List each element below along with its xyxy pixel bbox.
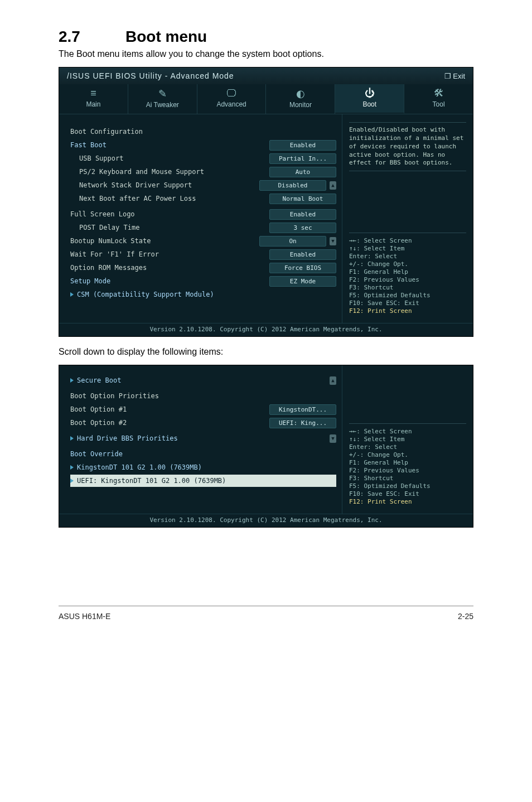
numlock-value[interactable]: On bbox=[259, 236, 326, 247]
csm-submenu-row[interactable]: CSM (Compatibility Support Module) bbox=[70, 288, 336, 301]
net-stack-value[interactable]: Disabled bbox=[259, 180, 326, 191]
key-enter: Enter: Select bbox=[349, 443, 466, 451]
tab-tool-label: Tool bbox=[433, 100, 445, 108]
key-change-opt: +/-: Change Opt. bbox=[349, 451, 466, 458]
fast-boot-value[interactable]: Enabled bbox=[269, 140, 336, 151]
menu-tabs: ≡Main ✎Ai Tweaker 🖵Advanced ◐Monitor ⏻Bo… bbox=[59, 84, 473, 114]
key-f5: F5: Optimized Defaults bbox=[349, 482, 466, 490]
ps2-label: PS/2 Keyboard and Mouse Support bbox=[70, 168, 269, 176]
key-select-screen: →←: Select Screen bbox=[349, 237, 466, 244]
footer-product: ASUS H61M-E bbox=[59, 612, 110, 621]
key-f10-esc: F10: Save ESC: Exit bbox=[349, 490, 466, 497]
wait-f1-label: Wait For 'F1' If Error bbox=[70, 250, 269, 258]
secure-boot-row[interactable]: Secure Boot ▲ bbox=[70, 374, 336, 386]
next-boot-label: Next Boot after AC Power Loss bbox=[70, 195, 269, 202]
wait-f1-row[interactable]: Wait For 'F1' If Error Enabled bbox=[70, 248, 336, 260]
help-pane-lower: →←: Select Screen ↑↓: Select Item Enter:… bbox=[342, 365, 473, 514]
key-change-opt: +/-: Change Opt. bbox=[349, 260, 466, 268]
fast-boot-label: Fast Boot bbox=[70, 141, 269, 149]
hdd-bbs-row[interactable]: Hard Drive BBS Priorities ▼ bbox=[70, 432, 336, 445]
boot-option-1-value[interactable]: KingstonDT... bbox=[269, 404, 336, 415]
full-logo-value[interactable]: Enabled bbox=[269, 209, 336, 220]
setup-mode-row[interactable]: Setup Mode EZ Mode bbox=[70, 275, 336, 287]
key-help-lower: →←: Select Screen ↑↓: Select Item Enter:… bbox=[349, 423, 466, 505]
intro-text: The Boot menu items allow you to change … bbox=[59, 49, 473, 59]
numlock-row[interactable]: Bootup NumLock State On ▼ bbox=[70, 235, 336, 247]
scroll-up-handle[interactable]: ▲ bbox=[330, 376, 336, 385]
override-uefi-kingston-row[interactable]: UEFI: KingstonDT 101 G2 1.00 (7639MB) bbox=[70, 475, 336, 487]
boot-option-1-row[interactable]: Boot Option #1 KingstonDT... bbox=[70, 403, 336, 416]
override-uefi-kingston-label: UEFI: KingstonDT 101 G2 1.00 (7639MB) bbox=[77, 477, 336, 485]
boot-option-1-label: Boot Option #1 bbox=[70, 405, 269, 413]
usb-support-value[interactable]: Partial In... bbox=[269, 153, 336, 164]
key-f12: F12: Print Screen bbox=[349, 307, 466, 315]
key-f2: F2: Previous Values bbox=[349, 467, 466, 474]
fast-boot-row[interactable]: Fast Boot Enabled bbox=[70, 139, 336, 151]
tool-icon: 🛠 bbox=[404, 88, 473, 99]
boot-option-priorities-header: Boot Option Priorities bbox=[70, 392, 336, 400]
ps2-value[interactable]: Auto bbox=[269, 167, 336, 177]
next-boot-value[interactable]: Normal Boot bbox=[269, 194, 336, 204]
boot-option-2-value[interactable]: UEFI: King... bbox=[269, 418, 336, 428]
full-logo-label: Full Screen Logo bbox=[70, 210, 269, 218]
key-f1: F1: General Help bbox=[349, 459, 466, 466]
bios-footer: Version 2.10.1208. Copyright (C) 2012 Am… bbox=[59, 323, 473, 336]
footer-page-number: 2-25 bbox=[458, 612, 473, 621]
help-pane: Enabled/Disabled boot with initializatio… bbox=[342, 114, 473, 323]
oprom-label: Option ROM Messages bbox=[70, 264, 269, 272]
scroll-down-handle[interactable]: ▼ bbox=[330, 237, 336, 245]
tab-boot[interactable]: ⏻Boot bbox=[335, 84, 404, 114]
oprom-row[interactable]: Option ROM Messages Force BIOS bbox=[70, 262, 336, 274]
usb-support-row[interactable]: USB Support Partial In... bbox=[70, 152, 336, 165]
boot-override-header: Boot Override bbox=[70, 450, 336, 458]
net-stack-row[interactable]: Network Stack Driver Support Disabled ▲ bbox=[70, 179, 336, 191]
bios-window-lower: Secure Boot ▲ Boot Option Priorities Boo… bbox=[59, 365, 473, 528]
post-delay-value[interactable]: 3 sec bbox=[269, 223, 336, 233]
tab-monitor[interactable]: ◐Monitor bbox=[266, 84, 335, 114]
full-logo-row[interactable]: Full Screen Logo Enabled bbox=[70, 208, 336, 220]
bios-logo-title: /ISUS UEFI BIOS Utility - Advanced Mode bbox=[67, 71, 234, 80]
key-select-item: ↑↓: Select Item bbox=[349, 245, 466, 252]
tab-boot-label: Boot bbox=[362, 100, 376, 108]
gauge-icon: ◐ bbox=[266, 88, 335, 100]
tab-main[interactable]: ≡Main bbox=[59, 84, 128, 114]
section-number: 2.7 bbox=[59, 28, 125, 46]
bios-window-upper: /ISUS UEFI BIOS Utility - Advanced Mode … bbox=[59, 67, 473, 337]
tab-advanced-label: Advanced bbox=[216, 100, 246, 108]
setup-mode-value[interactable]: EZ Mode bbox=[269, 276, 336, 287]
key-enter: Enter: Select bbox=[349, 253, 466, 260]
section-heading: 2.7Boot menu bbox=[59, 28, 473, 46]
tab-ai-tweaker[interactable]: ✎Ai Tweaker bbox=[128, 84, 197, 114]
scroll-up-handle[interactable]: ▲ bbox=[330, 181, 336, 190]
power-icon: ⏻ bbox=[335, 88, 404, 99]
tweak-icon: ✎ bbox=[128, 88, 197, 100]
lock-icon: 🖵 bbox=[197, 88, 266, 99]
wait-f1-value[interactable]: Enabled bbox=[269, 249, 336, 260]
key-f10-esc: F10: Save ESC: Exit bbox=[349, 299, 466, 307]
key-help: →←: Select Screen ↑↓: Select Item Enter:… bbox=[349, 233, 466, 315]
hdd-bbs-label: Hard Drive BBS Priorities bbox=[77, 434, 326, 442]
boot-option-2-row[interactable]: Boot Option #2 UEFI: King... bbox=[70, 417, 336, 429]
key-f1: F1: General Help bbox=[349, 268, 466, 276]
net-stack-label: Network Stack Driver Support bbox=[70, 181, 259, 189]
settings-pane-lower: Secure Boot ▲ Boot Option Priorities Boo… bbox=[59, 365, 342, 514]
tab-monitor-label: Monitor bbox=[289, 101, 312, 109]
exit-button[interactable]: ❐ Exit bbox=[444, 72, 465, 80]
titlebar: /ISUS UEFI BIOS Utility - Advanced Mode … bbox=[59, 67, 473, 84]
tab-tool[interactable]: 🛠Tool bbox=[404, 84, 473, 114]
oprom-value[interactable]: Force BIOS bbox=[269, 263, 336, 273]
tab-advanced[interactable]: 🖵Advanced bbox=[197, 84, 267, 114]
ps2-row[interactable]: PS/2 Keyboard and Mouse Support Auto bbox=[70, 166, 336, 178]
scroll-down-handle[interactable]: ▼ bbox=[330, 434, 336, 443]
list-icon: ≡ bbox=[59, 88, 128, 99]
override-kingston-row[interactable]: KingstonDT 101 G2 1.00 (7639MB) bbox=[70, 461, 336, 474]
key-select-item: ↑↓: Select Item bbox=[349, 436, 466, 443]
exit-label: Exit bbox=[453, 72, 465, 80]
post-delay-row[interactable]: POST Delay Time 3 sec bbox=[70, 221, 336, 234]
tab-ai-label: Ai Tweaker bbox=[146, 101, 179, 109]
post-delay-label: POST Delay Time bbox=[70, 224, 269, 231]
next-boot-row[interactable]: Next Boot after AC Power Loss Normal Boo… bbox=[70, 192, 336, 205]
exit-icon: ❐ bbox=[444, 72, 451, 80]
section-title: Boot menu bbox=[125, 28, 207, 45]
secure-boot-label: Secure Boot bbox=[77, 376, 326, 384]
